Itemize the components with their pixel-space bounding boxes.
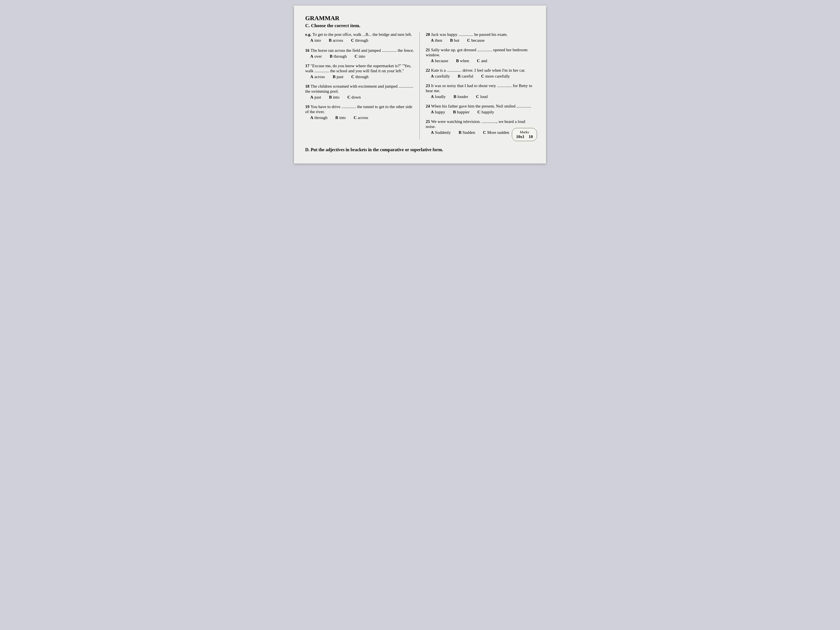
eg-opt-letter-a: A xyxy=(310,38,313,43)
q23-options: A loudly B louder C loud xyxy=(431,94,535,99)
q18-option-b: B into xyxy=(329,95,339,99)
q19-options: A through B into C across xyxy=(310,115,414,120)
question-21: 21 Sally woke up, got dressed ..........… xyxy=(426,47,535,63)
q16-option-b: B through xyxy=(330,54,347,59)
q17-options: A across B past C through xyxy=(310,74,414,79)
eg-opt-text-c: through xyxy=(355,38,368,43)
q16-text: The horse ran across the field and jumpe… xyxy=(311,48,414,53)
q19-option-c: C across xyxy=(354,115,368,120)
q21-options: A because B when C and xyxy=(431,58,535,63)
q23-option-b: B louder xyxy=(453,94,468,99)
question-23: 23 It was so noisy that I had to shout v… xyxy=(426,83,535,99)
eg-opt-letter-b: B xyxy=(329,38,332,43)
question-17: 17 "Excuse me, do you know where the sup… xyxy=(305,63,414,79)
question-24: 24 When his father gave him the present,… xyxy=(426,104,535,115)
question-16: 16 The horse ran across the field and ju… xyxy=(305,48,414,59)
q18-option-a: A past xyxy=(310,95,321,99)
q19-option-b: B into xyxy=(335,115,346,120)
q20-options: A then B but C because xyxy=(431,38,535,43)
left-column: e.g. To get to the post offce, walk ...B… xyxy=(305,32,420,139)
right-column: 20 Jack was happy .............. he pass… xyxy=(420,32,535,139)
q25-option-b: B Sudden xyxy=(459,130,475,135)
q23-option-a: A loudly xyxy=(431,94,446,99)
q16-options: A over B through C into xyxy=(310,54,414,59)
page-title: GRAMMAR xyxy=(305,14,535,22)
q17-text: "Excuse me, do you know where the superm… xyxy=(305,63,411,73)
q17-option-a: A across xyxy=(310,74,325,79)
q22-option-c: C more carefully xyxy=(481,74,510,79)
marks-denominator: 10x1 xyxy=(516,134,524,139)
q24-options: A happy B happier C happily xyxy=(431,110,535,115)
q22-option-a: A carefully xyxy=(431,74,450,79)
q22-text: Kate is a .............. driver. I feel … xyxy=(431,68,526,73)
q23-option-c: C loud xyxy=(476,94,488,99)
question-20: 20 Jack was happy .............. he pass… xyxy=(426,32,535,43)
q24-option-a: A happy xyxy=(431,110,445,115)
eg-opt-text-a: into xyxy=(314,38,321,43)
q24-option-c: C happily xyxy=(477,110,494,115)
section-d-heading: D. Put the adjectives in brackets in the… xyxy=(305,147,535,152)
marks-box: Marks 10x1 10 xyxy=(512,128,537,141)
q16-option-a: A over xyxy=(310,54,322,59)
q20-option-a: A then xyxy=(431,38,442,43)
section-c-heading: C. Choose the correct item. xyxy=(305,23,535,28)
q20-option-b: B but xyxy=(450,38,459,43)
question-18: 18 The children screamed with excitement… xyxy=(305,84,414,99)
q21-option-b: B when xyxy=(456,58,469,63)
q21-text: Sally woke up, got dressed .............… xyxy=(426,47,528,57)
q18-option-c: C down xyxy=(347,95,361,99)
q16-option-c: C into xyxy=(354,54,365,59)
q21-option-a: A because xyxy=(431,58,448,63)
marks-score: 10 xyxy=(529,134,533,139)
q17-option-b: B past xyxy=(333,74,343,79)
marks-fraction: 10x1 10 xyxy=(516,134,533,139)
eg-options: A into B across C through xyxy=(310,38,414,43)
q24-text: When his father gave him the present, Ne… xyxy=(431,104,531,108)
marks-label: Marks xyxy=(516,130,533,134)
q16-num: 16 xyxy=(305,48,309,53)
q20-text: Jack was happy .............. he passed … xyxy=(431,32,508,37)
question-22: 22 Kate is a .............. driver. I fe… xyxy=(426,68,535,79)
q25-text: We were watching television. ...........… xyxy=(426,119,525,129)
eg-opt-letter-c: C xyxy=(351,38,354,43)
q22-options: A carefully B careful C more carefully xyxy=(431,74,535,79)
eg-label: e.g. xyxy=(305,32,311,37)
q17-option-c: C through xyxy=(351,74,369,79)
q19-text: You have to drive .............. the tun… xyxy=(305,104,412,114)
q18-text: The children screamed with excitement an… xyxy=(305,84,413,93)
q25-option-c: C More sudden xyxy=(483,130,509,135)
eg-text: To get to the post offce, walk ...B... t… xyxy=(313,32,412,37)
q25-option-a: A Suddenly xyxy=(431,130,451,135)
main-content: e.g. To get to the post offce, walk ...B… xyxy=(305,32,535,139)
q20-option-c: C because xyxy=(467,38,485,43)
q19-option-a: A through xyxy=(310,115,328,120)
eg-option-a: A into xyxy=(310,38,321,43)
q21-option-c: C and xyxy=(477,58,487,63)
q18-options: A past B into C down xyxy=(310,95,414,99)
q23-text: It was so noisy that I had to shout very… xyxy=(426,84,532,93)
eg-option-b: B across xyxy=(329,38,343,43)
q22-option-b: B careful xyxy=(458,74,474,79)
eg-opt-text-b: across xyxy=(333,38,343,43)
q24-option-b: B happier xyxy=(453,110,470,115)
page: GRAMMAR C. Choose the correct item. e.g.… xyxy=(294,6,546,164)
eg-block: e.g. To get to the post offce, walk ...B… xyxy=(305,32,414,43)
eg-option-c: C through xyxy=(351,38,368,43)
question-19: 19 You have to drive .............. the … xyxy=(305,104,414,120)
